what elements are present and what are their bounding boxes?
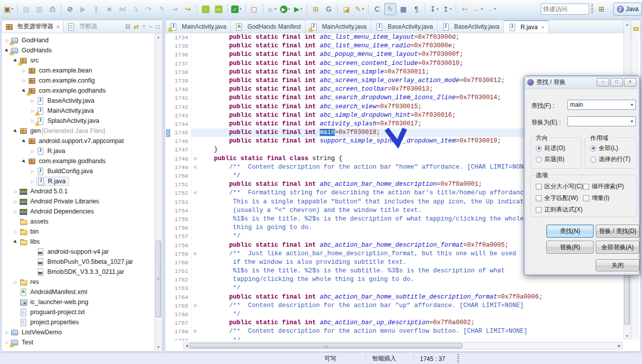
- next-annotation-button[interactable]: ↧▾: [428, 3, 440, 15]
- direction-radio[interactable]: 前进(O): [536, 144, 565, 153]
- expand-icon[interactable]: ▷: [12, 230, 19, 234]
- chevron-down-icon[interactable]: ▾: [240, 7, 242, 11]
- editor-tab[interactable]: R.java×: [504, 20, 549, 33]
- expand-icon[interactable]: ▷: [29, 169, 36, 174]
- tree-item[interactable]: ▷com.example.bean: [2, 65, 154, 76]
- save-all-button[interactable]: ▥: [33, 3, 45, 15]
- pause-button[interactable]: ∥: [90, 3, 102, 15]
- expand-icon[interactable]: ▷: [29, 149, 36, 154]
- code-line[interactable]: 1737 public static final int abc_screen_…: [166, 59, 620, 68]
- code-line[interactable]: 1734 public static final int abc_list_me…: [166, 33, 620, 42]
- fold-collapse-icon[interactable]: ⊖: [191, 189, 199, 197]
- tree-item[interactable]: AndroidManifest.xml: [2, 287, 154, 297]
- tree-item[interactable]: ▷SplashActivity.java: [2, 116, 154, 126]
- save-button[interactable]: ▤: [20, 3, 32, 15]
- option-checkbox[interactable]: 循环搜索(P): [583, 182, 624, 191]
- collapse-icon[interactable]: ▶: [12, 238, 20, 246]
- collapse-all-icon[interactable]: ⊟: [125, 23, 130, 30]
- close-button[interactable]: 关闭: [596, 259, 639, 271]
- maximize-icon[interactable]: □: [156, 23, 160, 30]
- expand-icon[interactable]: ▷: [12, 209, 19, 214]
- show-whitespace-button[interactable]: ¶: [410, 3, 422, 15]
- editor-horizontal-scrollbar[interactable]: ◀ ||| ▶: [183, 342, 622, 349]
- chevron-down-icon[interactable]: ▾: [450, 7, 452, 11]
- collapse-icon[interactable]: ▶: [20, 157, 28, 165]
- block-selection-mode-button[interactable]: ▦: [397, 3, 409, 15]
- tree-item[interactable]: ic_launcher-web.png: [2, 297, 154, 307]
- code-line[interactable]: 1763 */: [166, 284, 620, 293]
- new-class-button[interactable]: C: [371, 3, 383, 15]
- print-button[interactable]: ⎙: [46, 3, 58, 15]
- tree-item[interactable]: ▷Android Dependencies: [2, 206, 154, 216]
- fold-collapse-icon[interactable]: ⊖: [191, 327, 199, 336]
- open-perspective-button[interactable]: ⊞: [596, 3, 608, 15]
- expand-icon[interactable]: ▷: [4, 330, 11, 335]
- collapse-icon[interactable]: ▶: [12, 127, 20, 135]
- step-return-button[interactable]: ↰: [156, 3, 168, 15]
- android-sdk-manager-button[interactable]: ↓: [199, 3, 211, 15]
- open-type-button[interactable]: G: [323, 3, 335, 15]
- tree-item[interactable]: ▷R.java: [2, 176, 154, 186]
- ddms-button[interactable]: ⊞: [310, 3, 322, 15]
- minimize-icon[interactable]: –: [597, 78, 609, 87]
- occurrence-marker[interactable]: [633, 27, 638, 31]
- run-button[interactable]: ▶▾: [279, 3, 292, 15]
- java-perspective-button[interactable]: JJava: [613, 3, 642, 16]
- fold-collapse-icon[interactable]: ⊖: [191, 250, 199, 258]
- expand-icon[interactable]: ▷: [21, 68, 28, 73]
- chevron-down-icon[interactable]: ▾: [289, 7, 291, 11]
- tree-item[interactable]: proguard-project.txt: [2, 307, 154, 317]
- code-line[interactable]: 1766 */: [166, 310, 620, 319]
- close-icon[interactable]: ×: [56, 24, 59, 30]
- mark-occurrences-menu-button[interactable]: ✎▾: [353, 3, 366, 15]
- replace-input[interactable]: ▼: [567, 116, 636, 126]
- tree-item[interactable]: assets: [2, 216, 154, 227]
- fold-collapse-icon[interactable]: ⊖: [191, 302, 199, 310]
- direction-radio[interactable]: 后退(B): [536, 155, 564, 164]
- back-history-button[interactable]: ←▾: [472, 3, 484, 15]
- find-input[interactable]: main ▼: [567, 100, 636, 110]
- expand-icon[interactable]: ▷: [12, 280, 19, 284]
- tree-item[interactable]: ▶android.support.v7.appcompat: [2, 136, 154, 146]
- replace-find-button[interactable]: 替换 / 查找(D): [596, 225, 639, 238]
- tree-item[interactable]: ▶src: [2, 55, 154, 65]
- tree-item[interactable]: ▷Android 5.0.1: [2, 186, 154, 196]
- find-button[interactable]: 查找(N): [546, 225, 594, 238]
- tree-item[interactable]: ▷ListViewDemo: [2, 327, 154, 337]
- replace-button[interactable]: 替换(R): [546, 241, 594, 254]
- dialog-titlebar[interactable]: 查找 / 替换 – □ ×: [524, 76, 639, 89]
- tree-item[interactable]: BmobSDK_V3.3.3_0211.jar: [2, 267, 154, 277]
- link-with-editor-icon[interactable]: ⇄: [134, 23, 139, 30]
- expand-icon[interactable]: ▷: [21, 79, 28, 83]
- option-checkbox[interactable]: 区分大小写(C): [536, 182, 583, 191]
- chevron-down-icon[interactable]: ▾: [12, 7, 14, 11]
- restore-icon[interactable]: □: [610, 78, 623, 87]
- chevron-down-icon[interactable]: ▾: [301, 7, 303, 11]
- forward-history-button[interactable]: →▾: [485, 3, 497, 15]
- chevron-down-icon[interactable]: ▾: [494, 7, 496, 11]
- debug-button[interactable]: ☼▾: [266, 3, 278, 15]
- last-edit-location-button[interactable]: ↩: [459, 3, 471, 15]
- collapse-icon[interactable]: ▶: [20, 137, 28, 145]
- tree-item[interactable]: ▷R.java: [2, 146, 154, 156]
- code-line[interactable]: 1736 public static final int abc_popup_m…: [166, 50, 620, 59]
- lint-check-button[interactable]: ✓▾: [230, 3, 243, 15]
- code-line[interactable]: 1762 tapping/clicking the whole thing is…: [166, 275, 620, 284]
- tree-item[interactable]: BmobPush_V0.5beta_1027.jar: [2, 257, 154, 267]
- tree-item[interactable]: ▶GodHands: [2, 45, 154, 55]
- tree-item[interactable]: ▷BaseActivity.java: [2, 96, 154, 106]
- fold-collapse-icon[interactable]: ⊖: [191, 155, 199, 163]
- tree-item[interactable]: ▷com.example.config: [2, 76, 154, 86]
- scope-radio[interactable]: 选择的行(T): [590, 155, 630, 164]
- tree-item[interactable]: ▷Test: [2, 337, 154, 347]
- terminate-button[interactable]: ■: [103, 3, 115, 15]
- tree-item[interactable]: ▶com.example.godhands: [2, 156, 154, 166]
- resume-button[interactable]: ▶: [77, 3, 89, 15]
- open-file-button[interactable]: ◪: [340, 3, 352, 15]
- code-line[interactable]: 1768⊖ /** Content description for the ac…: [166, 327, 620, 336]
- editor-tab[interactable]: BaseActivity.java: [438, 20, 504, 33]
- editor-tab[interactable]: GodHands Manifest: [231, 20, 305, 33]
- chevron-down-icon[interactable]: ▾: [362, 7, 364, 11]
- chevron-down-icon[interactable]: ▼: [628, 103, 635, 107]
- close-icon[interactable]: ×: [624, 78, 636, 87]
